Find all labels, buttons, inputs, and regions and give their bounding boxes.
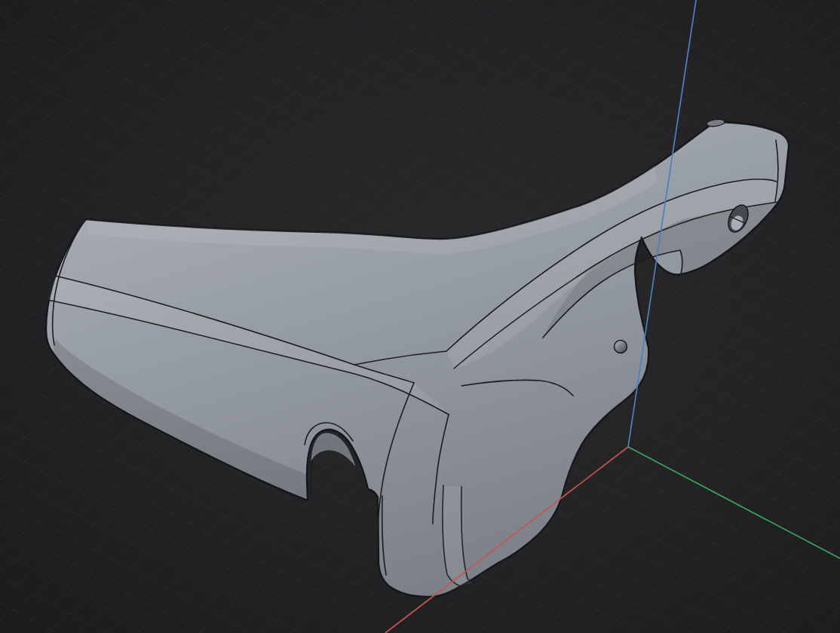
3d-viewport[interactable] <box>0 0 840 633</box>
round-hole <box>615 341 627 353</box>
viewport-canvas <box>0 0 840 633</box>
